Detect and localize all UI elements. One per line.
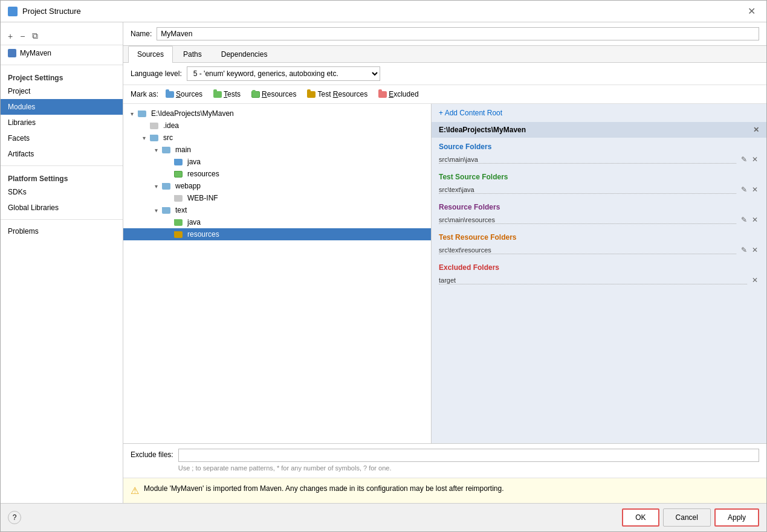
- tabs-bar: Sources Paths Dependencies: [123, 46, 766, 63]
- folder-icon-main-resources: [174, 171, 183, 178]
- remove-source-folder-0[interactable]: ✕: [751, 155, 759, 164]
- test-resource-folder-path-0: src\text\resources: [439, 246, 736, 254]
- toggle-root[interactable]: ▾: [128, 111, 135, 117]
- tree-item-main-resources[interactable]: resources: [123, 168, 431, 180]
- close-button[interactable]: ✕: [744, 4, 759, 18]
- platform-settings-header: Platform Settings: [1, 170, 123, 184]
- sidebar-item-sdks[interactable]: SDKs: [1, 184, 123, 200]
- toggle-src[interactable]: ▾: [140, 135, 147, 141]
- exclude-files-input[interactable]: [178, 449, 759, 462]
- remove-test-source-folder-0[interactable]: ✕: [751, 185, 759, 194]
- apply-button[interactable]: Apply: [714, 508, 759, 527]
- tree-item-idea[interactable]: .idea: [123, 120, 431, 132]
- name-bar: Name:: [123, 22, 766, 46]
- tree-item-main[interactable]: ▾ main: [123, 144, 431, 156]
- sidebar-item-sdks-label: SDKs: [8, 188, 27, 196]
- copy-module-button[interactable]: ⧉: [30, 30, 40, 42]
- add-content-root-button[interactable]: + Add Content Root: [432, 104, 766, 122]
- ok-button[interactable]: OK: [622, 508, 659, 527]
- resource-folder-path-0: src\main\resources: [439, 216, 736, 224]
- remove-resource-folder-0[interactable]: ✕: [751, 216, 759, 224]
- exclude-files-bar: Exclude files: Use ; to separate name pa…: [123, 444, 766, 478]
- lang-level-select[interactable]: 5 - 'enum' keyword, generics, autoboxing…: [187, 66, 380, 81]
- mark-tests-button[interactable]: Tests: [210, 89, 244, 100]
- sidebar-item-artifacts[interactable]: Artifacts: [1, 146, 123, 162]
- tab-sources[interactable]: Sources: [128, 46, 173, 63]
- sidebar-divider-3: [1, 219, 123, 220]
- file-tree-panel[interactable]: ▾ E:\IdeaProjects\MyMaven .idea ▾: [123, 104, 432, 443]
- content-root-close[interactable]: ✕: [753, 126, 759, 134]
- folder-icon-idea: [150, 123, 158, 129]
- dialog-title: Project Structure: [22, 7, 81, 16]
- remove-test-resource-folder-0[interactable]: ✕: [751, 246, 759, 254]
- remove-excluded-folder-0[interactable]: ✕: [751, 276, 759, 284]
- tree-label-root: E:\IdeaProjects\MyMaven: [151, 109, 234, 118]
- content-area: Name: Sources Paths Dependencies Languag…: [123, 22, 766, 503]
- mark-excluded-button[interactable]: Excluded: [375, 89, 422, 100]
- remove-module-button[interactable]: −: [18, 30, 27, 42]
- test-source-folders-section: Test Source Folders src\text\java ✎ ✕: [432, 168, 766, 198]
- tree-item-main-java[interactable]: java: [123, 156, 431, 168]
- tree-label-text: text: [175, 206, 187, 214]
- folder-icon-root: [138, 111, 146, 117]
- tree-item-webapp[interactable]: ▾ webapp: [123, 180, 431, 192]
- toggle-text[interactable]: ▾: [152, 207, 160, 214]
- tree-item-root[interactable]: ▾ E:\IdeaProjects\MyMaven: [123, 107, 431, 120]
- tab-dependencies[interactable]: Dependencies: [212, 46, 277, 62]
- toggle-main[interactable]: ▾: [152, 147, 160, 153]
- test-resource-folder-actions-0: ✎ ✕: [740, 246, 759, 254]
- tree-label-src: src: [163, 133, 173, 142]
- sidebar-item-problems[interactable]: Problems: [1, 223, 123, 239]
- sidebar-item-facets-label: Facets: [8, 134, 30, 143]
- split-view: ▾ E:\IdeaProjects\MyMaven .idea ▾: [123, 104, 766, 443]
- sidebar-item-libraries[interactable]: Libraries: [1, 115, 123, 130]
- sidebar-item-facets[interactable]: Facets: [1, 130, 123, 146]
- folder-icon-webapp: [162, 183, 170, 190]
- resource-folder-entry-0: src\main\resources ✎ ✕: [439, 214, 759, 226]
- add-module-button[interactable]: +: [5, 30, 15, 42]
- mark-excluded-label: Excluded: [389, 90, 418, 98]
- tree-item-text[interactable]: ▾ text: [123, 204, 431, 216]
- edit-test-resource-folder-0[interactable]: ✎: [740, 246, 748, 254]
- title-bar: Project Structure ✕: [1, 1, 766, 22]
- test-resource-folder-entry-0: src\text\resources ✎ ✕: [439, 244, 759, 256]
- tree-label-webapp: webapp: [175, 182, 201, 190]
- sidebar: + − ⧉ MyMaven Project Settings Project M…: [1, 22, 123, 503]
- excluded-folders-title: Excluded Folders: [439, 263, 759, 272]
- tree-item-src[interactable]: ▾ src: [123, 132, 431, 144]
- folder-icon-text-resources: [174, 231, 183, 238]
- sidebar-module-mymaven[interactable]: MyMaven: [1, 45, 123, 61]
- sidebar-item-global-libraries[interactable]: Global Libraries: [1, 200, 123, 216]
- warning-message: Module 'MyMaven' is imported from Maven.…: [144, 483, 504, 494]
- edit-test-source-folder-0[interactable]: ✎: [740, 185, 748, 194]
- toggle-main-resources: [164, 171, 172, 178]
- mark-test-resources-button[interactable]: Test Resources: [303, 89, 371, 100]
- mark-sources-button[interactable]: Sources: [162, 89, 206, 100]
- edit-source-folder-0[interactable]: ✎: [740, 155, 748, 164]
- name-input[interactable]: [157, 27, 759, 40]
- resource-folders-section: Resource Folders src\main\resources ✎ ✕: [432, 198, 766, 228]
- warning-bar: ⚠ Module 'MyMaven' is imported from Mave…: [123, 478, 766, 503]
- mark-resources-label: Resources: [262, 90, 296, 98]
- mark-resources-button[interactable]: Resources: [248, 89, 300, 100]
- toggle-webapp[interactable]: ▾: [152, 183, 160, 190]
- tree-label-idea: .idea: [163, 121, 179, 130]
- test-source-folders-title: Test Source Folders: [439, 173, 759, 181]
- toggle-webinf: [164, 195, 172, 202]
- sidebar-item-modules[interactable]: Modules: [1, 99, 123, 115]
- sidebar-item-project[interactable]: Project: [1, 83, 123, 99]
- lang-level-label: Language level:: [131, 69, 182, 78]
- help-button[interactable]: ?: [8, 511, 21, 524]
- cancel-button[interactable]: Cancel: [663, 508, 711, 527]
- excluded-folder-entry-0: target ✕: [439, 274, 759, 286]
- folder-icon-src: [150, 135, 158, 141]
- mark-tests-label: Tests: [224, 90, 241, 98]
- folder-icon-main-java: [174, 159, 183, 165]
- tree-item-text-resources[interactable]: resources: [123, 228, 431, 240]
- tab-paths[interactable]: Paths: [174, 46, 211, 62]
- tree-item-webinf[interactable]: WEB-INF: [123, 192, 431, 204]
- project-structure-dialog: Project Structure ✕ + − ⧉ MyMaven Projec…: [0, 0, 767, 532]
- source-folders-title: Source Folders: [439, 143, 759, 151]
- edit-resource-folder-0[interactable]: ✎: [740, 216, 748, 224]
- tree-item-text-java[interactable]: java: [123, 216, 431, 228]
